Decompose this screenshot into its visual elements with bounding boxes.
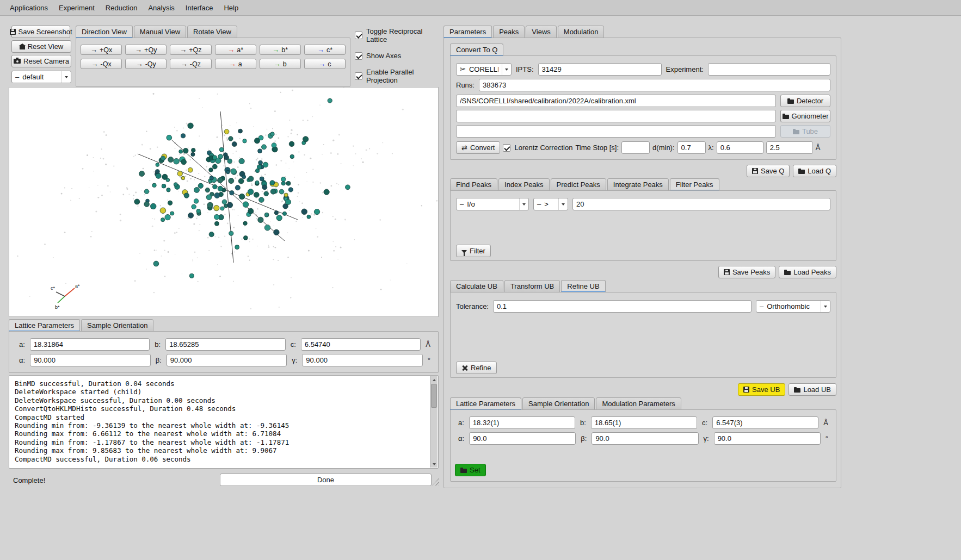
refined-beta-input[interactable] <box>592 432 698 445</box>
refined-lattice-tab-sample-orientation[interactable]: Sample Orientation <box>522 397 595 410</box>
peaks-tab-filter-peaks[interactable]: Filter Peaks <box>670 178 719 191</box>
peaks-tab-integrate-peaks[interactable]: Integrate Peaks <box>607 178 669 191</box>
direction-button-qx[interactable]: →-Qx <box>81 59 122 69</box>
option-enable-parallel-projection[interactable]: Enable Parallel Projection <box>355 68 442 84</box>
filter-button[interactable]: Filter <box>456 245 491 257</box>
save-screenshot-button[interactable]: Save Screenshot <box>11 26 70 38</box>
main-tab-peaks[interactable]: Peaks <box>493 26 525 38</box>
runs-input[interactable] <box>479 79 830 91</box>
view-tab-manual-view[interactable]: Manual View <box>134 26 186 38</box>
direction-button-qx[interactable]: →+Qx <box>81 45 122 55</box>
lattice-alpha-input[interactable] <box>30 354 150 366</box>
direction-button-qy[interactable]: →-Qy <box>125 59 167 69</box>
lattice-tab-lattice-parameters[interactable]: Lattice Parameters <box>9 319 80 332</box>
instrument-combo[interactable]: ✂ CORELLI <box>456 63 512 76</box>
experiment-input[interactable] <box>708 63 830 76</box>
view-tab-rotate-view[interactable]: Rotate View <box>187 26 237 38</box>
scroll-up-button[interactable] <box>430 376 438 383</box>
lattice-gamma-input[interactable] <box>302 354 422 366</box>
refined-b-input[interactable] <box>591 416 697 429</box>
view-tab-direction-view[interactable]: Direction View <box>76 26 133 38</box>
ipts-input[interactable] <box>538 63 662 76</box>
load-peaks-button[interactable]: Load Peaks <box>779 266 836 278</box>
lorentz-checkbox[interactable] <box>503 144 510 152</box>
reset-view-button[interactable]: Reset View <box>11 40 71 53</box>
lambda-max-input[interactable] <box>766 141 813 154</box>
set-button[interactable]: Set <box>455 464 486 476</box>
ub-tab-transform-ub[interactable]: Transform UB <box>504 280 560 293</box>
save-peaks-button[interactable]: Save Peaks <box>718 266 775 278</box>
checkbox[interactable] <box>355 52 362 60</box>
main-tab-modulation[interactable]: Modulation <box>558 26 605 38</box>
lorentz-correction-option[interactable]: Lorentz Correction <box>503 144 572 152</box>
filter-value-input[interactable] <box>572 198 830 210</box>
direction-button-qz[interactable]: →-Qz <box>170 59 211 69</box>
save-ub-button[interactable]: Save UB <box>738 383 785 396</box>
console-scrollbar[interactable] <box>430 376 438 468</box>
menu-interface[interactable]: Interface <box>180 0 219 15</box>
reciprocal-space-viewport[interactable]: a* b* c* <box>9 87 439 317</box>
filter-variable-combo[interactable]: – I/σ <box>456 198 529 210</box>
lattice-beta-input[interactable] <box>167 354 287 366</box>
camera-preset-combo[interactable]: – default <box>11 71 71 83</box>
scrollbar-thumb[interactable] <box>431 384 437 408</box>
calibration-path-input[interactable] <box>456 95 776 107</box>
lambda-min-input[interactable] <box>717 141 763 154</box>
reset-camera-button[interactable]: Reset Camera <box>11 55 71 67</box>
direction-button-b[interactable]: →b* <box>260 45 301 55</box>
tab-convert-to-q[interactable]: Convert To Q <box>450 43 503 56</box>
tube-file-input[interactable] <box>456 125 776 138</box>
tolerance-input[interactable] <box>493 300 751 313</box>
refined-alpha-input[interactable] <box>469 432 576 445</box>
load-q-button[interactable]: Load Q <box>793 165 836 177</box>
menu-reduction[interactable]: Reduction <box>100 0 143 15</box>
goniometer-button[interactable]: Goniometer <box>780 110 830 122</box>
menu-applications[interactable]: Applications <box>4 0 53 15</box>
main-tab-parameters[interactable]: Parameters <box>443 26 492 38</box>
load-ub-button[interactable]: Load UB <box>788 383 836 396</box>
goniometer-file-input[interactable] <box>456 110 776 122</box>
lattice-system-combo[interactable]: – Orthorhombic <box>756 300 830 313</box>
ub-tab-refine-ub[interactable]: Refine UB <box>561 280 605 293</box>
direction-button-a[interactable]: →a <box>215 59 256 69</box>
dmin-input[interactable] <box>677 141 706 154</box>
checkbox[interactable] <box>355 32 362 39</box>
menu-experiment[interactable]: Experiment <box>53 0 100 15</box>
combo-dash: – <box>460 200 464 208</box>
refined-c-input[interactable] <box>712 416 818 429</box>
direction-button-c[interactable]: →c* <box>304 45 346 55</box>
direction-button-c[interactable]: →c <box>304 59 346 69</box>
resize-grip[interactable] <box>432 478 439 486</box>
menu-help[interactable]: Help <box>218 0 244 15</box>
detector-button[interactable]: Detector <box>780 95 830 107</box>
filter-operator-combo[interactable]: – > <box>533 198 568 210</box>
refined-gamma-input[interactable] <box>714 432 821 445</box>
scroll-down-button[interactable] <box>430 461 438 468</box>
arrow-icon: → <box>136 60 143 67</box>
refined-lattice-tab-modulation-parameters[interactable]: Modulation Parameters <box>596 397 681 410</box>
convert-button[interactable]: ⇄ Convert <box>456 141 500 154</box>
log-console[interactable]: BinMD successful, Duration 0.04 secondsD… <box>9 375 439 469</box>
peaks-tab-predict-peaks[interactable]: Predict Peaks <box>551 178 606 191</box>
checkbox[interactable] <box>355 72 362 80</box>
time-stop-input[interactable] <box>621 141 650 154</box>
refined-lattice-tab-lattice-parameters[interactable]: Lattice Parameters <box>450 397 521 410</box>
refined-a-input[interactable] <box>469 416 575 429</box>
refine-button[interactable]: Refine <box>456 362 497 374</box>
menu-analysis[interactable]: Analysis <box>143 0 180 15</box>
lattice-b-input[interactable] <box>165 338 286 351</box>
direction-button-qz[interactable]: →+Qz <box>170 45 211 55</box>
save-q-button[interactable]: Save Q <box>747 165 790 177</box>
lattice-c-input[interactable] <box>301 338 421 351</box>
lattice-tab-sample-orientation[interactable]: Sample Orientation <box>81 319 153 332</box>
option-toggle-reciprocal-lattice[interactable]: Toggle Reciprocal Lattice <box>355 27 442 43</box>
peaks-tab-index-peaks[interactable]: Index Peaks <box>498 178 550 191</box>
direction-button-qy[interactable]: →+Qy <box>125 45 167 55</box>
direction-button-b[interactable]: →b <box>260 59 301 69</box>
lattice-a-input[interactable] <box>30 338 150 351</box>
peaks-tab-find-peaks[interactable]: Find Peaks <box>450 178 497 191</box>
option-show-axes[interactable]: Show Axes <box>355 52 442 60</box>
main-tab-views[interactable]: Views <box>526 26 556 38</box>
direction-button-a[interactable]: →a* <box>215 45 256 55</box>
ub-tab-calculate-ub[interactable]: Calculate UB <box>450 280 503 293</box>
